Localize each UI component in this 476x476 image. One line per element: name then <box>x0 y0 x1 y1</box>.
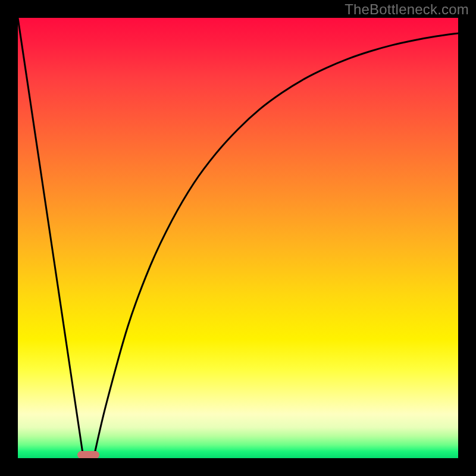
watermark-text: TheBottleneck.com <box>345 1 469 18</box>
chart-canvas: TheBottleneck.com <box>0 0 476 476</box>
right-branch-line <box>93 33 458 458</box>
bottleneck-marker <box>77 451 99 458</box>
plot-area <box>18 18 458 458</box>
curve-layer <box>18 18 458 458</box>
left-branch-line <box>18 18 83 458</box>
